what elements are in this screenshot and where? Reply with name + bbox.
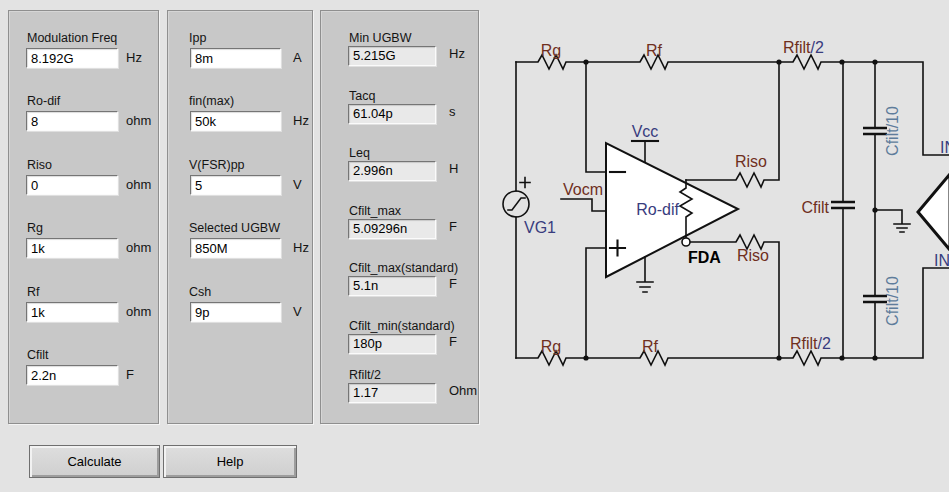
field-unit: ohm <box>126 302 151 322</box>
field-unit: s <box>449 102 456 122</box>
input-stubs-wire <box>586 62 606 358</box>
cfilt-max-standard-output: 5.1n <box>348 276 436 296</box>
label-vcc: Vcc <box>632 123 659 140</box>
label-in-plus: IN+ <box>940 139 949 156</box>
fda-filter-calculator: { "panels": [ { "fields": [ {"label":"Mo… <box>0 0 949 492</box>
field-unit: H <box>449 159 458 179</box>
field-label: Selected UGBW <box>189 221 280 235</box>
label-vocm: Vocm <box>563 181 603 198</box>
fda-filter-schematic: Rg Rf Rfilt/2 Cfilt/10 VG1 Vcc Vocm Ro-d… <box>479 0 949 430</box>
rg-input[interactable] <box>26 238 118 258</box>
field-row: Cfilt F <box>9 348 158 392</box>
field-label: Rg <box>27 221 43 235</box>
mid-ground-icon <box>875 210 910 232</box>
field-row: Cfilt_max 5.09296n F <box>321 204 478 248</box>
label-rg-top: Rg <box>541 42 561 59</box>
label-in-minus: IN- <box>934 252 949 269</box>
label-cfilt10-top: Cfilt/10 <box>884 106 901 156</box>
label-vg1: VG1 <box>524 219 556 236</box>
field-label: fin(max) <box>189 94 234 108</box>
field-unit: V <box>293 175 302 195</box>
vfsr-pp-input[interactable] <box>190 175 281 195</box>
field-row: Csh V <box>168 285 312 329</box>
cfilt-input[interactable] <box>26 365 118 385</box>
rf-input[interactable] <box>26 302 118 322</box>
field-unit: Hz <box>293 111 309 131</box>
fda-ground-icon <box>637 257 653 292</box>
field-unit: V <box>293 302 302 322</box>
min-ugbw-output: 5.215G <box>348 46 436 66</box>
label-cfilt10-bottom: Cfilt/10 <box>884 276 901 326</box>
fda-output-node-icon <box>682 238 690 246</box>
field-row: Ro-dif ohm <box>9 94 158 138</box>
field-unit: A <box>293 48 302 68</box>
field-label: Tacq <box>349 89 375 103</box>
field-row: Selected UGBW Hz <box>168 221 312 265</box>
rfilt-2-output: 1.17 <box>348 383 436 403</box>
field-row: Leq 2.996n H <box>321 146 478 190</box>
field-unit: F <box>449 332 457 352</box>
field-unit: Hz <box>293 238 309 258</box>
cfilt-min-standard-output: 180p <box>348 334 436 354</box>
field-label: Riso <box>27 158 52 172</box>
leq-output: 2.996n <box>348 161 436 181</box>
field-unit: ohm <box>126 111 151 131</box>
field-label: Modulation Freq <box>27 31 117 45</box>
field-label: Min UGBW <box>349 31 412 45</box>
label-riso-bottom: Riso <box>737 247 769 264</box>
label-ro-dif: Ro-dif <box>636 201 679 218</box>
field-row: Cfilt_max(standard) 5.1n F <box>321 261 478 305</box>
field-row: fin(max) Hz <box>168 94 312 138</box>
riso-input[interactable] <box>26 175 118 195</box>
label-rf-bottom: Rf <box>642 338 659 355</box>
field-unit: ohm <box>126 175 151 195</box>
input-panel-middle: Ipp A fin(max) Hz V(FSR)pp V Selected UG… <box>167 10 313 424</box>
field-row: Modulation Freq Hz <box>9 31 158 75</box>
field-row: Tacq 61.04p s <box>321 89 478 133</box>
csh-input[interactable] <box>190 302 281 322</box>
field-label: Cfilt <box>27 348 49 362</box>
output-panel: Min UGBW 5.215G Hz Tacq 61.04p s Leq 2.9… <box>320 10 479 424</box>
field-row: Rg ohm <box>9 221 158 265</box>
field-unit: F <box>449 274 457 294</box>
cfilt-max-output: 5.09296n <box>348 219 436 239</box>
cfilt-capacitor-icon <box>831 202 855 208</box>
label-rfilt2-top: Rfilt/2 <box>783 39 824 56</box>
label-fda: FDA <box>688 249 721 266</box>
field-unit: F <box>126 365 134 385</box>
label-rg-bottom: Rg <box>541 338 561 355</box>
calculate-button[interactable]: Calculate <box>29 445 160 478</box>
field-label: Leq <box>349 146 370 160</box>
modulation-freq-input[interactable] <box>26 48 118 68</box>
field-row: Rf ohm <box>9 285 158 329</box>
selected-ugbw-input[interactable] <box>190 238 281 258</box>
vg1-waveform-icon <box>508 198 525 210</box>
field-label: Cfilt_min(standard) <box>349 319 455 333</box>
field-label: Cfilt_max(standard) <box>349 261 458 275</box>
ro-dif-input[interactable] <box>26 111 118 131</box>
field-label: Rfilt/2 <box>349 368 381 382</box>
rfilt-suffix: /2 <box>811 39 824 56</box>
field-unit: ohm <box>126 238 151 258</box>
vocm-stub-wire <box>561 199 606 211</box>
help-button[interactable]: Help <box>163 445 297 478</box>
input-panel-left: Modulation Freq Hz Ro-dif ohm Riso ohm R… <box>8 10 159 424</box>
rfilt-suffix: /2 <box>818 335 831 352</box>
field-row: Riso ohm <box>9 158 158 202</box>
vg1-plus-icon <box>520 178 530 188</box>
field-row: Rfilt/2 1.17 Ohm <box>321 368 478 412</box>
fin-max-input[interactable] <box>190 111 281 131</box>
label-cfilt: Cfilt <box>801 199 829 216</box>
field-row: Min UGBW 5.215G Hz <box>321 31 478 75</box>
ipp-input[interactable] <box>190 48 281 68</box>
field-row: Ipp A <box>168 31 312 75</box>
field-label: Cfilt_max <box>349 204 401 218</box>
adc-input-icon <box>918 174 949 250</box>
label-rfilt2-bottom: Rfilt/2 <box>790 335 831 352</box>
field-row: Cfilt_min(standard) 180p F <box>321 319 478 363</box>
label-riso-top: Riso <box>735 153 767 170</box>
field-unit: Ohm <box>449 381 477 401</box>
field-unit: F <box>449 217 457 237</box>
label-rf-top: Rf <box>646 42 663 59</box>
field-unit: Hz <box>126 48 142 68</box>
